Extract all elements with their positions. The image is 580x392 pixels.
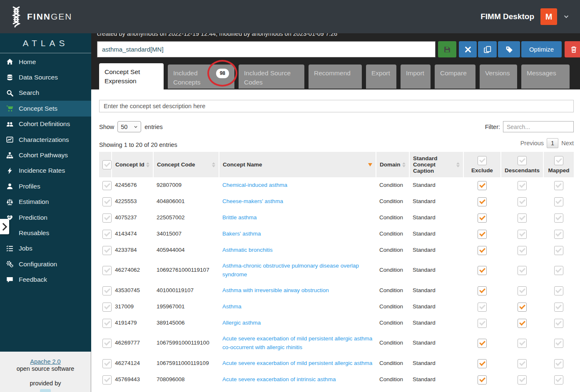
exclude-checkbox[interactable] — [478, 359, 487, 368]
tab-compare[interactable]: Compare — [435, 65, 475, 89]
row-select-checkbox[interactable] — [102, 181, 112, 190]
exclude-checkbox[interactable] — [478, 230, 487, 239]
mapped-checkbox[interactable] — [554, 197, 563, 206]
sidebar-item-jobs[interactable]: Jobs — [0, 241, 91, 256]
tag-button[interactable] — [498, 41, 520, 57]
tab-included-concepts[interactable]: Included Concepts 98 — [168, 65, 234, 89]
sidebar-item-incidence-rates[interactable]: Incidence Rates — [0, 163, 91, 179]
row-select-checkbox[interactable] — [102, 319, 112, 328]
row-select-checkbox[interactable] — [102, 286, 112, 295]
mapped-checkbox[interactable] — [554, 230, 563, 239]
mapped-checkbox[interactable] — [554, 181, 563, 190]
sidebar-item-reusables[interactable]: Reusables — [0, 225, 91, 241]
concept-name-link[interactable]: Asthma — [222, 303, 241, 310]
sidebar-item-prediction[interactable]: Prediction — [0, 210, 91, 225]
row-select-checkbox[interactable] — [102, 213, 112, 223]
row-select-checkbox[interactable] — [102, 246, 112, 255]
sidebar-item-home[interactable]: Home — [0, 54, 91, 69]
concept-set-name-input[interactable] — [97, 41, 436, 57]
exclude-checkbox[interactable] — [478, 246, 487, 255]
sidebar-item-estimation[interactable]: Estimation — [0, 194, 91, 210]
concept-name-link[interactable]: Asthma-chronic obstructive pulmonary dis… — [222, 263, 359, 278]
next-page-button[interactable]: Next — [561, 140, 574, 146]
concept-name-link[interactable]: Acute severe exacerbation of intrinsic a… — [222, 376, 336, 382]
exclude-checkbox[interactable] — [478, 213, 487, 223]
concept-name-link[interactable]: Brittle asthma — [222, 214, 257, 221]
exclude-checkbox[interactable] — [478, 197, 487, 206]
concept-name-link[interactable]: Allergic asthma — [222, 320, 261, 326]
row-select-checkbox[interactable] — [102, 230, 112, 239]
tab-included-source-codes[interactable]: Included Source Codes — [239, 65, 304, 89]
save-button[interactable] — [438, 41, 456, 57]
mapped-checkbox[interactable] — [554, 286, 563, 295]
mapped-checkbox[interactable] — [554, 246, 563, 255]
sort-icon[interactable] — [402, 162, 406, 167]
sidebar-item-search[interactable]: Search — [0, 85, 91, 101]
descendants-checkbox[interactable] — [518, 359, 527, 368]
sidebar-item-cohort-pathways[interactable]: Cohort Pathways — [0, 147, 91, 163]
mapped-checkbox[interactable] — [554, 213, 563, 223]
apache-license-link[interactable]: Apache 2.0 — [30, 358, 60, 365]
row-select-checkbox[interactable] — [102, 266, 112, 275]
filter-search-input[interactable] — [503, 121, 574, 132]
exclude-checkbox[interactable] — [478, 266, 487, 275]
col-concept-name[interactable]: Concept Name — [223, 161, 262, 168]
mapped-checkbox[interactable] — [554, 359, 563, 368]
tab-versions[interactable]: Versions — [480, 65, 517, 89]
sidebar-item-configuration[interactable]: Configuration — [0, 256, 91, 272]
mapped-checkbox[interactable] — [554, 339, 563, 348]
descendants-all-checkbox[interactable] — [518, 156, 527, 165]
concept-name-link[interactable]: Bakers' asthma — [222, 231, 261, 237]
concept-name-link[interactable]: Asthma with irreversible airway obstruct… — [222, 287, 329, 293]
col-domain[interactable]: Domain — [380, 161, 401, 168]
row-select-checkbox[interactable] — [102, 339, 112, 348]
tab-concept-set-expression[interactable]: Concept Set Expression — [99, 63, 164, 95]
sort-icon[interactable] — [146, 162, 149, 167]
concept-name-link[interactable]: Asthmatic bronchitis — [222, 247, 273, 253]
close-button[interactable] — [459, 41, 477, 57]
exclude-checkbox[interactable] — [478, 319, 487, 328]
exclude-checkbox[interactable] — [478, 286, 487, 295]
sort-desc-icon[interactable] — [368, 163, 372, 166]
select-all-checkbox[interactable] — [102, 160, 112, 169]
sidebar-item-characterizations[interactable]: Characterizations — [0, 132, 91, 147]
sidebar-expand-handle[interactable] — [0, 219, 9, 234]
descendants-checkbox[interactable] — [518, 303, 527, 312]
concept-name-link[interactable]: Cheese-makers' asthma — [222, 198, 283, 204]
col-standard-concept[interactable]: Standard Concept Caption — [413, 155, 455, 174]
current-page-button[interactable]: 1 — [547, 138, 558, 148]
descendants-checkbox[interactable] — [518, 375, 527, 385]
sidebar-item-concept-sets[interactable]: Concept Sets — [0, 101, 91, 116]
sort-icon[interactable] — [212, 162, 215, 167]
row-select-checkbox[interactable] — [102, 375, 112, 385]
descendants-checkbox[interactable] — [518, 319, 527, 328]
exclude-checkbox[interactable] — [478, 375, 487, 385]
copy-button[interactable] — [478, 41, 497, 57]
sidebar-item-profiles[interactable]: Profiles — [0, 179, 91, 194]
row-select-checkbox[interactable] — [102, 359, 112, 368]
descendants-checkbox[interactable] — [518, 286, 527, 295]
descendants-checkbox[interactable] — [518, 197, 527, 206]
tab-messages[interactable]: Messages — [521, 65, 570, 89]
tab-recommend[interactable]: Recommend — [309, 65, 362, 89]
tab-export[interactable]: Export — [366, 65, 396, 89]
descendants-checkbox[interactable] — [518, 213, 527, 223]
delete-button[interactable] — [565, 41, 580, 57]
exclude-checkbox[interactable] — [478, 303, 487, 312]
exclude-checkbox[interactable] — [478, 181, 487, 190]
tab-import[interactable]: Import — [401, 65, 431, 89]
previous-page-button[interactable]: Previous — [520, 140, 544, 146]
sidebar-item-data-sources[interactable]: Data Sources — [0, 69, 91, 85]
descendants-checkbox[interactable] — [518, 230, 527, 239]
sidebar-item-cohort-definitions[interactable]: Cohort Definitions — [0, 117, 91, 132]
exclude-checkbox[interactable] — [478, 339, 487, 348]
optimize-button[interactable]: Optimize — [521, 41, 562, 57]
concept-name-link[interactable]: Acute severe exacerbation of mild persis… — [222, 335, 372, 350]
exclude-all-checkbox[interactable] — [478, 156, 487, 165]
user-avatar[interactable]: M — [540, 8, 557, 25]
descendants-checkbox[interactable] — [518, 246, 527, 255]
concept-name-link[interactable]: Chemical-induced asthma — [222, 182, 287, 188]
col-concept-id[interactable]: Concept Id — [115, 161, 144, 168]
mapped-checkbox[interactable] — [554, 319, 563, 328]
description-input[interactable] — [99, 100, 574, 112]
